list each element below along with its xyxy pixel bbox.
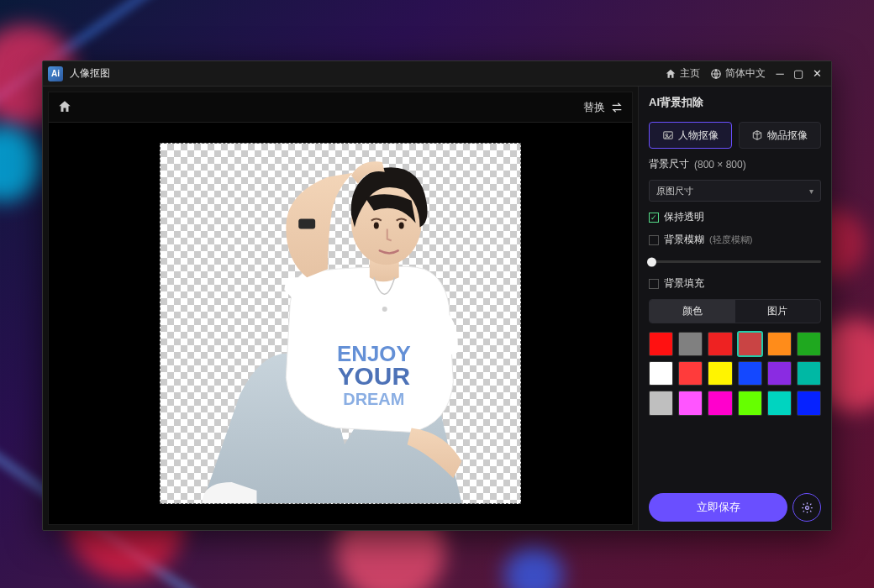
titlebar: Ai 人像抠图 主页 简体中文 ─ ▢ ✕ bbox=[43, 61, 831, 87]
svg-point-10 bbox=[666, 134, 667, 135]
transparent-canvas: ENJOY YOUR DREAM bbox=[160, 143, 521, 504]
blur-hint: (轻度模糊) bbox=[709, 234, 752, 246]
swap-icon bbox=[610, 102, 624, 113]
close-button[interactable]: ✕ bbox=[808, 67, 826, 80]
maximize-button[interactable]: ▢ bbox=[789, 67, 808, 80]
color-swatch-8[interactable] bbox=[708, 361, 732, 386]
mode-tabs: 人物抠像 物品抠像 bbox=[649, 122, 821, 149]
home-icon bbox=[57, 99, 72, 114]
save-row: 立即保存 bbox=[649, 493, 821, 522]
color-swatch-3[interactable] bbox=[738, 332, 762, 356]
swap-label: 替换 bbox=[583, 100, 605, 115]
home-link[interactable]: 主页 bbox=[665, 66, 700, 81]
app-window: Ai 人像抠图 主页 简体中文 ─ ▢ ✕ 替换 bbox=[42, 60, 832, 531]
checkbox-icon bbox=[649, 235, 659, 245]
bg-size-row: 背景尺寸 (800 × 800) bbox=[649, 157, 821, 171]
blur-slider[interactable] bbox=[649, 260, 821, 263]
save-button[interactable]: 立即保存 bbox=[649, 493, 787, 522]
chevron-down-icon: ▾ bbox=[809, 186, 813, 196]
svg-point-5 bbox=[382, 307, 387, 312]
bg-fill-checkbox[interactable]: 背景填充 bbox=[649, 276, 821, 291]
panel-title: AI背景扣除 bbox=[649, 95, 821, 110]
home-label: 主页 bbox=[680, 66, 700, 81]
svg-point-11 bbox=[805, 506, 808, 509]
color-swatch-16[interactable] bbox=[767, 391, 792, 415]
bg-blur-label: 背景模糊 bbox=[664, 233, 704, 247]
side-panel: AI背景扣除 人物抠像 物品抠像 背景尺寸 (800 × 800) 原图尺寸 ▾ bbox=[638, 87, 831, 530]
svg-text:YOUR: YOUR bbox=[338, 362, 410, 390]
canvas-home-button[interactable] bbox=[57, 99, 74, 116]
mode-tab-object[interactable]: 物品抠像 bbox=[739, 122, 822, 149]
bg-fill-label: 背景填充 bbox=[664, 276, 704, 291]
color-swatch-1[interactable] bbox=[678, 332, 703, 356]
slider-thumb[interactable] bbox=[647, 257, 656, 266]
language-label: 简体中文 bbox=[725, 66, 766, 81]
checkbox-icon: ✓ bbox=[649, 213, 659, 223]
color-swatch-17[interactable] bbox=[797, 391, 821, 415]
keep-transparent-checkbox[interactable]: ✓ 保持透明 bbox=[649, 210, 821, 224]
color-swatch-2[interactable] bbox=[708, 332, 732, 356]
save-settings-button[interactable] bbox=[792, 493, 821, 522]
checkbox-icon bbox=[649, 279, 659, 289]
color-swatch-5[interactable] bbox=[797, 332, 821, 356]
fill-tabs: 颜色 图片 bbox=[649, 299, 821, 323]
fill-tab-image[interactable]: 图片 bbox=[735, 300, 821, 323]
canvas-pane: 替换 bbox=[48, 92, 633, 525]
language-selector[interactable]: 简体中文 bbox=[710, 66, 766, 81]
mode-tab-person[interactable]: 人物抠像 bbox=[649, 122, 732, 149]
color-swatch-14[interactable] bbox=[708, 391, 732, 415]
globe-icon bbox=[710, 68, 722, 80]
cube-icon bbox=[751, 129, 763, 141]
canvas-area[interactable]: ENJOY YOUR DREAM bbox=[49, 123, 632, 524]
color-swatch-15[interactable] bbox=[738, 391, 762, 415]
keep-transparent-label: 保持透明 bbox=[664, 210, 704, 224]
gear-icon bbox=[801, 501, 813, 514]
bg-size-value: (800 × 800) bbox=[694, 159, 746, 171]
app-icon: Ai bbox=[48, 66, 63, 81]
swap-button[interactable]: 替换 bbox=[583, 100, 624, 115]
person-icon bbox=[662, 129, 674, 141]
color-swatch-grid bbox=[649, 332, 821, 416]
color-swatch-11[interactable] bbox=[797, 361, 821, 386]
home-icon bbox=[665, 68, 677, 80]
minimize-button[interactable]: ─ bbox=[771, 67, 789, 80]
color-swatch-10[interactable] bbox=[767, 361, 792, 386]
bg-size-label: 背景尺寸 bbox=[649, 157, 689, 171]
person-silhouette: ENJOY YOUR DREAM bbox=[161, 144, 520, 503]
canvas-toolbar: 替换 bbox=[49, 92, 632, 123]
fill-tab-color[interactable]: 颜色 bbox=[650, 300, 735, 323]
color-swatch-7[interactable] bbox=[678, 361, 703, 386]
cutout-subject: ENJOY YOUR DREAM bbox=[161, 144, 520, 503]
color-swatch-9[interactable] bbox=[738, 361, 762, 386]
svg-point-8 bbox=[399, 223, 404, 229]
mode-tab-person-label: 人物抠像 bbox=[678, 129, 719, 143]
content-area: 替换 bbox=[43, 87, 831, 530]
size-select-value: 原图尺寸 bbox=[656, 185, 693, 197]
color-swatch-12[interactable] bbox=[649, 391, 673, 415]
window-title: 人像抠图 bbox=[70, 66, 110, 81]
mode-tab-object-label: 物品抠像 bbox=[767, 129, 808, 143]
bg-blur-checkbox[interactable]: 背景模糊 (轻度模糊) bbox=[649, 233, 821, 247]
svg-point-7 bbox=[374, 223, 379, 229]
color-swatch-6[interactable] bbox=[649, 361, 673, 386]
color-swatch-0[interactable] bbox=[649, 332, 673, 356]
svg-rect-4 bbox=[298, 219, 315, 229]
color-swatch-13[interactable] bbox=[678, 391, 703, 415]
color-swatch-4[interactable] bbox=[767, 332, 792, 356]
svg-text:DREAM: DREAM bbox=[343, 390, 404, 408]
size-select[interactable]: 原图尺寸 ▾ bbox=[649, 180, 821, 202]
